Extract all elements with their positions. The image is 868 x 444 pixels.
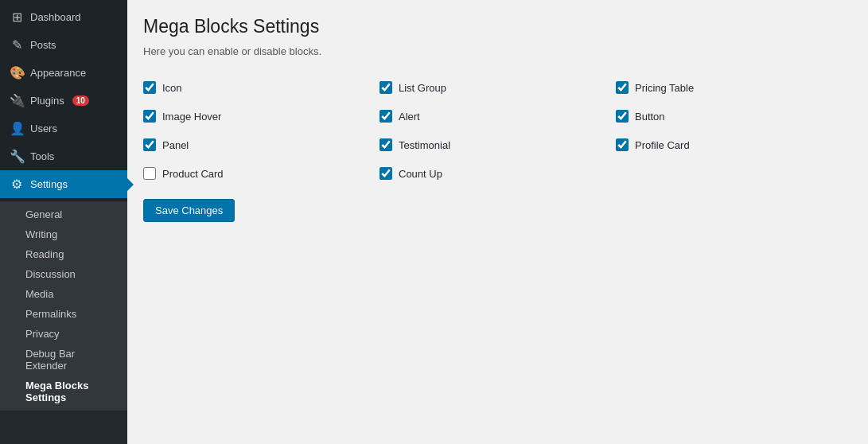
submenu-item-general[interactable]: General: [0, 204, 127, 224]
checkbox-label-testimonial[interactable]: Testimonial: [399, 139, 450, 151]
sidebar-item-plugins[interactable]: 🔌 Plugins 10: [0, 87, 127, 115]
plugins-badge: 10: [72, 95, 89, 106]
checkbox-item-count-up: Count Up: [380, 159, 616, 188]
settings-item-wrapper: ⚙ Settings: [0, 170, 127, 198]
checkbox-label-count-up[interactable]: Count Up: [399, 168, 442, 180]
submenu-item-privacy[interactable]: Privacy: [0, 324, 127, 344]
checkbox-item-alert: Alert: [380, 102, 616, 130]
main-content: Mega Blocks Settings Here you can enable…: [127, 0, 868, 444]
save-changes-button[interactable]: Save Changes: [143, 199, 235, 222]
checkbox-icon[interactable]: [143, 81, 156, 94]
sidebar-item-label: Tools: [30, 150, 54, 162]
checkbox-label-button[interactable]: Button: [635, 111, 665, 123]
sidebar-top: ⊞ Dashboard ✎ Posts 🎨 Appearance 🔌 Plugi…: [0, 0, 127, 201]
checkbox-label-product-card[interactable]: Product Card: [162, 168, 224, 180]
sidebar-item-tools[interactable]: 🔧 Tools: [0, 142, 127, 170]
checkbox-pricing-table[interactable]: [616, 81, 629, 94]
checkbox-product-card[interactable]: [143, 167, 156, 180]
checkbox-alert[interactable]: [380, 110, 392, 123]
checkbox-panel[interactable]: [143, 138, 156, 151]
submenu-item-debug-bar[interactable]: Debug Bar Extender: [0, 344, 127, 376]
page-title: Mega Blocks Settings: [143, 16, 852, 37]
checkbox-testimonial[interactable]: [380, 138, 392, 151]
checkbox-profile-card[interactable]: [616, 138, 629, 151]
sidebar: ⊞ Dashboard ✎ Posts 🎨 Appearance 🔌 Plugi…: [0, 0, 127, 444]
checkbox-item-panel: Panel: [143, 130, 380, 159]
sidebar-item-appearance[interactable]: 🎨 Appearance: [0, 59, 127, 87]
sidebar-item-label: Plugins: [30, 95, 64, 107]
dashboard-icon: ⊞: [10, 10, 24, 25]
posts-icon: ✎: [10, 37, 24, 53]
submenu-item-writing[interactable]: Writing: [0, 224, 127, 244]
checkbox-label-pricing-table[interactable]: Pricing Table: [635, 82, 694, 94]
appearance-icon: 🎨: [10, 65, 24, 80]
settings-arrow: [127, 178, 134, 191]
checkbox-label-profile-card[interactable]: Profile Card: [635, 139, 690, 151]
checkbox-item-list-group: List Group: [380, 73, 616, 102]
settings-icon: ⚙: [10, 177, 24, 192]
submenu-item-permalinks[interactable]: Permalinks: [0, 304, 127, 324]
sidebar-item-label: Dashboard: [30, 11, 81, 23]
users-icon: 👤: [10, 121, 24, 136]
checkbox-item-icon: Icon: [143, 73, 380, 102]
submenu-item-mega-blocks[interactable]: Mega Blocks Settings: [0, 376, 127, 407]
sidebar-item-users[interactable]: 👤 Users: [0, 115, 127, 142]
submenu-item-discussion[interactable]: Discussion: [0, 264, 127, 284]
tools-icon: 🔧: [10, 149, 24, 164]
checkbox-label-panel[interactable]: Panel: [162, 139, 189, 151]
blocks-grid: Icon List Group Pricing Table Image Hove…: [143, 73, 852, 188]
checkbox-label-icon[interactable]: Icon: [162, 82, 182, 94]
checkbox-item-image-hover: Image Hover: [143, 102, 380, 130]
page-subtitle: Here you can enable or disable blocks.: [143, 45, 852, 57]
submenu-item-reading[interactable]: Reading: [0, 244, 127, 264]
checkbox-list-group[interactable]: [380, 81, 392, 94]
checkbox-button[interactable]: [616, 110, 629, 123]
sidebar-item-dashboard[interactable]: ⊞ Dashboard: [0, 3, 127, 31]
submenu-item-media[interactable]: Media: [0, 284, 127, 304]
sidebar-item-label: Appearance: [30, 67, 86, 79]
plugins-icon: 🔌: [10, 93, 24, 108]
checkbox-label-list-group[interactable]: List Group: [399, 82, 446, 94]
checkbox-item-pricing-table: Pricing Table: [616, 73, 852, 102]
sidebar-item-label: Users: [30, 123, 57, 134]
checkbox-label-alert[interactable]: Alert: [399, 111, 420, 123]
checkbox-image-hover[interactable]: [143, 110, 156, 123]
checkbox-item-button: Button: [616, 102, 852, 130]
checkbox-item-testimonial: Testimonial: [380, 130, 616, 159]
blocks-container: Icon List Group Pricing Table Image Hove…: [143, 73, 852, 222]
checkbox-item-profile-card: Profile Card: [616, 130, 852, 159]
submenu: General Writing Reading Discussion Media…: [0, 201, 127, 411]
sidebar-item-posts[interactable]: ✎ Posts: [0, 31, 127, 59]
sidebar-item-settings[interactable]: ⚙ Settings: [0, 170, 127, 198]
checkbox-item-product-card: Product Card: [143, 159, 380, 188]
checkbox-label-image-hover[interactable]: Image Hover: [162, 111, 221, 123]
sidebar-item-label: Posts: [30, 39, 56, 51]
sidebar-item-label: Settings: [30, 178, 68, 190]
checkbox-count-up[interactable]: [380, 167, 392, 180]
